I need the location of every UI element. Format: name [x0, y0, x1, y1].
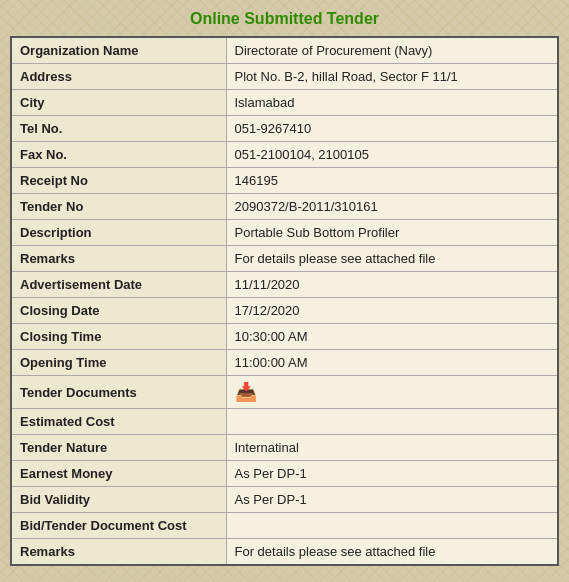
page-title: Online Submitted Tender: [190, 10, 379, 28]
value-cell: For details please see attached file: [226, 539, 558, 566]
label-cell: Closing Date: [11, 298, 226, 324]
table-row: Organization NameDirectorate of Procurem…: [11, 37, 558, 64]
label-cell: Tender Documents: [11, 376, 226, 409]
label-cell: Remarks: [11, 539, 226, 566]
table-row: Closing Time10:30:00 AM: [11, 324, 558, 350]
table-row: Tender Documents📥: [11, 376, 558, 409]
label-cell: Tender No: [11, 194, 226, 220]
value-cell[interactable]: 📥: [226, 376, 558, 409]
label-cell: Organization Name: [11, 37, 226, 64]
value-cell: 11:00:00 AM: [226, 350, 558, 376]
value-cell: Directorate of Procurement (Navy): [226, 37, 558, 64]
label-cell: Advertisement Date: [11, 272, 226, 298]
label-cell: Estimated Cost: [11, 409, 226, 435]
table-row: Earnest MoneyAs Per DP-1: [11, 461, 558, 487]
label-cell: Remarks: [11, 246, 226, 272]
value-cell: For details please see attached file: [226, 246, 558, 272]
table-row: Receipt No146195: [11, 168, 558, 194]
value-cell: 2090372/B-2011/310161: [226, 194, 558, 220]
download-icon[interactable]: 📥: [235, 382, 257, 402]
table-row: Bid/Tender Document Cost: [11, 513, 558, 539]
table-row: AddressPlot No. B-2, hillal Road, Sector…: [11, 64, 558, 90]
value-cell: 051-9267410: [226, 116, 558, 142]
value-cell: [226, 513, 558, 539]
value-cell: Internatinal: [226, 435, 558, 461]
value-cell: As Per DP-1: [226, 487, 558, 513]
label-cell: Bid Validity: [11, 487, 226, 513]
value-cell: 11/11/2020: [226, 272, 558, 298]
label-cell: Closing Time: [11, 324, 226, 350]
value-cell: As Per DP-1: [226, 461, 558, 487]
label-cell: Earnest Money: [11, 461, 226, 487]
label-cell: Opening Time: [11, 350, 226, 376]
label-cell: Tel No.: [11, 116, 226, 142]
table-row: Advertisement Date11/11/2020: [11, 272, 558, 298]
label-cell: Receipt No: [11, 168, 226, 194]
value-cell: 146195: [226, 168, 558, 194]
value-cell: 10:30:00 AM: [226, 324, 558, 350]
tender-table: Organization NameDirectorate of Procurem…: [10, 36, 559, 566]
table-row: Opening Time11:00:00 AM: [11, 350, 558, 376]
label-cell: City: [11, 90, 226, 116]
table-row: CityIslamabad: [11, 90, 558, 116]
table-row: DescriptionPortable Sub Bottom Profiler: [11, 220, 558, 246]
table-row: Tender NatureInternatinal: [11, 435, 558, 461]
table-row: Bid ValidityAs Per DP-1: [11, 487, 558, 513]
label-cell: Fax No.: [11, 142, 226, 168]
label-cell: Tender Nature: [11, 435, 226, 461]
table-row: Tender No2090372/B-2011/310161: [11, 194, 558, 220]
value-cell: Islamabad: [226, 90, 558, 116]
table-row: Tel No.051-9267410: [11, 116, 558, 142]
value-cell: 051-2100104, 2100105: [226, 142, 558, 168]
table-row: RemarksFor details please see attached f…: [11, 539, 558, 566]
value-cell: [226, 409, 558, 435]
label-cell: Address: [11, 64, 226, 90]
value-cell: Plot No. B-2, hillal Road, Sector F 11/1: [226, 64, 558, 90]
value-cell: Portable Sub Bottom Profiler: [226, 220, 558, 246]
label-cell: Bid/Tender Document Cost: [11, 513, 226, 539]
table-row: Fax No.051-2100104, 2100105: [11, 142, 558, 168]
table-row: Estimated Cost: [11, 409, 558, 435]
table-row: RemarksFor details please see attached f…: [11, 246, 558, 272]
label-cell: Description: [11, 220, 226, 246]
value-cell: 17/12/2020: [226, 298, 558, 324]
table-row: Closing Date17/12/2020: [11, 298, 558, 324]
